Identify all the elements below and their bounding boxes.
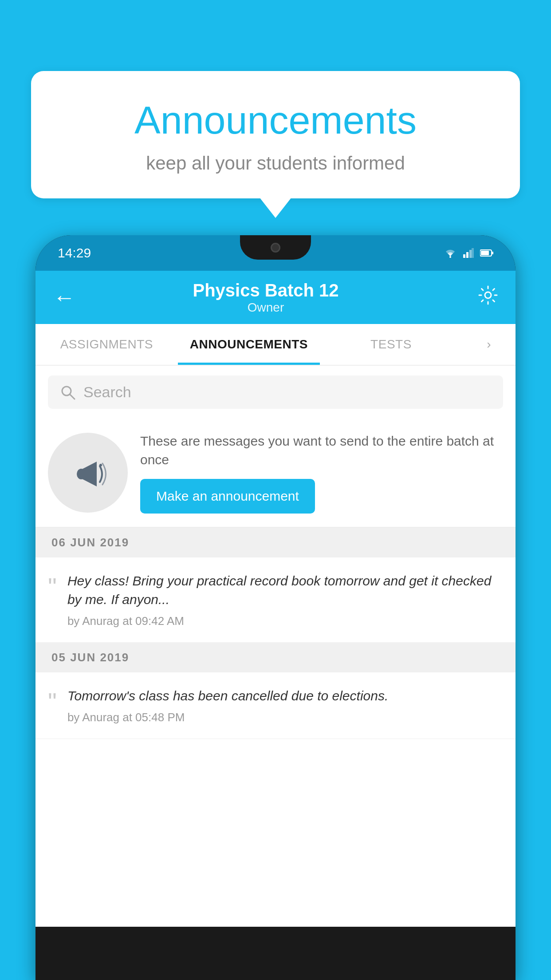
make-announcement-button[interactable]: Make an announcement: [140, 479, 315, 514]
svg-rect-4: [472, 248, 474, 258]
announcement-promo: These are messages you want to send to t…: [35, 419, 516, 528]
tab-more[interactable]: ›: [462, 324, 516, 365]
promo-description: These are messages you want to send to t…: [140, 432, 503, 469]
announcement-meta-1: by Anurag at 09:42 AM: [67, 614, 503, 628]
tabs-bar: ASSIGNMENTS ANNOUNCEMENTS TESTS ›: [35, 324, 516, 366]
phone-inner: ← Physics Batch 12 Owner ASSIGNMENTS ANN…: [35, 271, 516, 927]
svg-rect-7: [481, 251, 489, 255]
megaphone-icon: [68, 453, 108, 493]
svg-point-12: [99, 464, 102, 466]
date-separator-2: 05 JUN 2019: [35, 643, 516, 672]
svg-line-10: [70, 394, 75, 399]
status-bar: 14:29: [35, 235, 516, 271]
tab-tests[interactable]: TESTS: [320, 324, 462, 365]
tab-assignments[interactable]: ASSIGNMENTS: [35, 324, 178, 365]
app-bar-title-group: Physics Batch 12 Owner: [89, 281, 443, 315]
svg-rect-3: [469, 250, 472, 258]
date-label-2: 05 JUN 2019: [51, 651, 129, 664]
search-placeholder-text: Search: [83, 383, 131, 401]
quote-icon-2: ": [48, 689, 57, 714]
svg-point-8: [485, 292, 491, 298]
status-icons: [444, 248, 493, 258]
gear-svg: [478, 285, 498, 305]
search-bar: Search: [35, 366, 516, 419]
phone-camera: [271, 243, 280, 253]
announcement-text-1: Hey class! Bring your practical record b…: [67, 572, 503, 609]
bubble-title: Announcements: [53, 98, 498, 143]
svg-rect-6: [492, 252, 493, 254]
quote-icon-1: ": [48, 574, 57, 599]
status-time: 14:29: [58, 245, 91, 261]
bubble-subtitle: keep all your students informed: [53, 153, 498, 174]
promo-right: These are messages you want to send to t…: [140, 432, 503, 514]
search-input-wrap[interactable]: Search: [48, 375, 503, 409]
app-bar: ← Physics Batch 12 Owner: [35, 271, 516, 324]
promo-icon-circle: [48, 433, 128, 513]
phone-frame: 14:29: [35, 235, 516, 980]
announcement-meta-2: by Anurag at 05:48 PM: [67, 711, 503, 724]
speech-bubble-card: Announcements keep all your students inf…: [31, 71, 520, 198]
wifi-icon: [444, 248, 457, 258]
svg-rect-2: [466, 252, 468, 258]
announcement-content-2: Tomorrow's class has been cancelled due …: [67, 687, 503, 724]
battery-icon: [480, 249, 493, 257]
phone-notch: [240, 235, 311, 260]
date-label-1: 06 JUN 2019: [51, 536, 129, 549]
back-button[interactable]: ←: [53, 286, 75, 308]
app-bar-subtitle: Owner: [89, 300, 443, 315]
search-icon: [60, 385, 75, 400]
svg-point-11: [77, 469, 86, 479]
svg-rect-1: [463, 254, 465, 258]
announcement-content-1: Hey class! Bring your practical record b…: [67, 572, 503, 628]
announcement-item-1[interactable]: " Hey class! Bring your practical record…: [35, 557, 516, 643]
date-separator-1: 06 JUN 2019: [35, 528, 516, 557]
announcement-text-2: Tomorrow's class has been cancelled due …: [67, 687, 503, 705]
app-bar-title: Physics Batch 12: [89, 281, 443, 300]
signal-icon: [463, 248, 474, 258]
svg-point-0: [449, 256, 451, 258]
settings-icon[interactable]: [478, 285, 498, 309]
tab-announcements[interactable]: ANNOUNCEMENTS: [178, 324, 320, 365]
announcement-item-2[interactable]: " Tomorrow's class has been cancelled du…: [35, 672, 516, 739]
